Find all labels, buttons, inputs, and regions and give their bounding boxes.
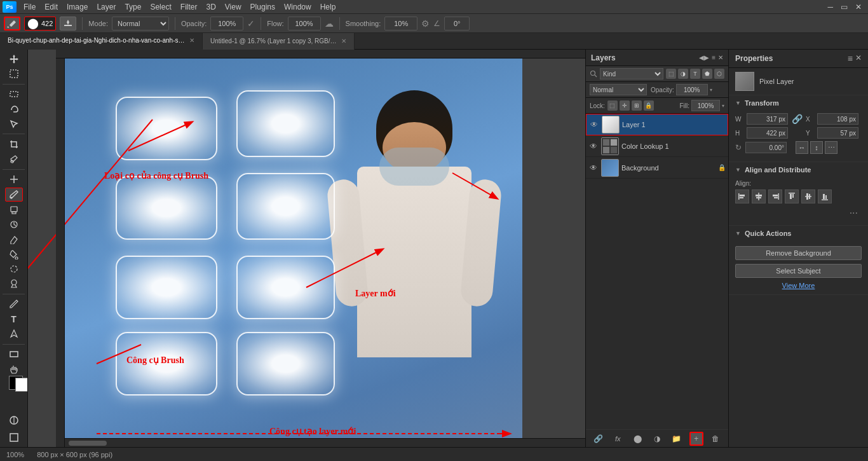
window-close[interactable]: ✕ bbox=[851, 3, 865, 11]
layers-adj-btn[interactable]: ◑ bbox=[650, 432, 664, 446]
layer-1-visibility[interactable]: 👁 bbox=[589, 120, 599, 130]
prop-close-icon[interactable]: ✕ bbox=[855, 53, 862, 64]
layer-3-visibility[interactable]: 👁 bbox=[588, 163, 599, 173]
layers-opacity-input[interactable] bbox=[676, 84, 708, 95]
tool-artboard[interactable] bbox=[5, 67, 23, 80]
menu-select[interactable]: Select bbox=[146, 1, 175, 13]
menu-edit[interactable]: Edit bbox=[40, 1, 62, 13]
tab-2-close[interactable]: ✕ bbox=[341, 38, 346, 45]
tool-blur[interactable] bbox=[5, 262, 23, 275]
brush-tool-icon[interactable] bbox=[4, 17, 20, 31]
mode-select[interactable]: Normal bbox=[112, 17, 169, 31]
tool-fill[interactable] bbox=[5, 247, 23, 261]
tool-text[interactable]: T bbox=[5, 312, 23, 326]
kind-pixel-icon[interactable]: ⬚ bbox=[666, 69, 676, 79]
view-more-link[interactable]: View More bbox=[735, 282, 862, 289]
layer-2-visibility[interactable]: 👁 bbox=[588, 141, 599, 151]
menu-layer[interactable]: Layer bbox=[92, 1, 120, 13]
transform-x-input[interactable] bbox=[817, 113, 858, 125]
menu-filter[interactable]: Filter bbox=[176, 1, 202, 13]
align-left-btn[interactable] bbox=[735, 189, 749, 203]
tool-history-brush[interactable] bbox=[5, 217, 23, 231]
transform-h-input[interactable] bbox=[747, 127, 788, 139]
kind-shape-icon[interactable]: ⬟ bbox=[702, 69, 712, 79]
smoothing-input[interactable] bbox=[384, 17, 417, 31]
menu-file[interactable]: File bbox=[19, 1, 40, 13]
color-swatches[interactable] bbox=[9, 376, 29, 392]
layers-panel-collapse[interactable]: ◀▶ bbox=[699, 54, 709, 61]
lock-all-icon[interactable]: 🔒 bbox=[644, 100, 654, 111]
layers-delete-btn[interactable]: 🗑 bbox=[709, 432, 722, 446]
menu-window[interactable]: Window bbox=[280, 1, 316, 13]
tool-object-select[interactable] bbox=[5, 117, 23, 130]
lock-pos-icon[interactable]: ✛ bbox=[620, 100, 630, 111]
tool-pen[interactable] bbox=[5, 298, 23, 311]
tool-healing[interactable] bbox=[5, 173, 23, 186]
tool-eraser[interactable] bbox=[5, 233, 23, 246]
tool-dodge[interactable] bbox=[5, 277, 23, 291]
flow-icon[interactable]: ☁ bbox=[325, 18, 334, 29]
layers-panel-close[interactable]: ✕ bbox=[718, 54, 723, 61]
kind-smart-icon[interactable]: ⬡ bbox=[714, 69, 724, 79]
prop-hamburger-icon[interactable]: ≡ bbox=[848, 53, 853, 64]
menu-help[interactable]: Help bbox=[316, 1, 341, 13]
transform-angle-input[interactable] bbox=[745, 142, 787, 153]
align-bottom-btn[interactable] bbox=[818, 189, 832, 203]
select-subject-btn[interactable]: Select Subject bbox=[735, 264, 862, 278]
angle-input[interactable] bbox=[444, 17, 470, 31]
tool-brush[interactable] bbox=[5, 188, 23, 202]
screen-mode-btn[interactable] bbox=[5, 431, 23, 444]
transform-y-input[interactable] bbox=[817, 127, 858, 139]
background-color[interactable] bbox=[15, 378, 29, 392]
layers-link-btn[interactable]: 🔗 bbox=[591, 432, 605, 446]
flow-input[interactable] bbox=[288, 17, 321, 31]
layer-item-2[interactable]: 👁 Color Lookup 1 bbox=[586, 135, 728, 157]
tab-2[interactable]: Untitled-1 @ 16.7% (Layer 1 copy 3, RGB/… bbox=[203, 33, 355, 50]
tool-rectangle[interactable] bbox=[5, 347, 23, 361]
layers-mode-select[interactable]: Normal bbox=[590, 84, 647, 95]
tab-1[interactable]: Bi-quyet-chup-anh-dep-tai-gia-Nghi-dich-… bbox=[0, 33, 203, 50]
layer-item-3[interactable]: 👁 Background 🔒 bbox=[586, 157, 728, 179]
transform-w-input[interactable] bbox=[747, 113, 788, 125]
tool-crop[interactable] bbox=[5, 137, 23, 151]
layers-group-btn[interactable]: 📁 bbox=[670, 432, 684, 446]
brush-size-btn[interactable]: ⬤ 422 bbox=[24, 17, 56, 31]
menu-3d[interactable]: 3D bbox=[201, 1, 220, 13]
opacity-input[interactable] bbox=[210, 17, 243, 31]
menu-image[interactable]: Image bbox=[62, 1, 92, 13]
lock-pixels-icon[interactable]: ⬚ bbox=[607, 100, 618, 111]
fill-input[interactable] bbox=[691, 100, 720, 111]
tool-hand[interactable] bbox=[5, 362, 23, 376]
window-minimize[interactable]: ─ bbox=[824, 3, 837, 11]
align-more-dots[interactable]: ··· bbox=[850, 207, 858, 219]
prop-quick-actions-header[interactable]: ▼ Quick Actions bbox=[729, 226, 868, 241]
transform-chain-icon[interactable]: 🔗 bbox=[792, 114, 802, 124]
tab-1-close[interactable]: ✕ bbox=[189, 37, 194, 44]
menu-view[interactable]: View bbox=[220, 1, 246, 13]
opacity-icon[interactable]: ✓ bbox=[247, 18, 255, 29]
lock-artboards-icon[interactable]: ⊞ bbox=[632, 100, 642, 111]
quick-mask-btn[interactable] bbox=[5, 413, 23, 427]
prop-align-header[interactable]: ▼ Align and Distribute bbox=[729, 162, 868, 177]
layers-kind-select[interactable]: Kind bbox=[600, 68, 663, 79]
flip-h-btn[interactable]: ↔ bbox=[796, 141, 808, 154]
layers-mask-btn[interactable]: ⬤ bbox=[630, 432, 644, 446]
kind-type-icon[interactable]: T bbox=[690, 69, 700, 79]
flip-more-btn[interactable]: ⋯ bbox=[825, 141, 837, 154]
brush-hardness-btn[interactable] bbox=[60, 17, 76, 31]
settings-icon[interactable]: ⚙ bbox=[421, 18, 430, 29]
window-maximize[interactable]: ▭ bbox=[837, 3, 851, 11]
align-top-btn[interactable] bbox=[785, 189, 799, 203]
menu-plugins[interactable]: Plugins bbox=[246, 1, 280, 13]
remove-background-btn[interactable]: Remove Background bbox=[735, 246, 862, 260]
tool-path-select[interactable] bbox=[5, 327, 23, 340]
layer-item-1[interactable]: 👁 Layer 1 bbox=[586, 114, 728, 135]
flip-v-btn[interactable]: ↕ bbox=[810, 141, 823, 154]
tool-move[interactable] bbox=[5, 52, 23, 65]
menu-type[interactable]: Type bbox=[120, 1, 146, 13]
kind-adj-icon[interactable]: ◑ bbox=[678, 69, 688, 79]
layers-panel-menu[interactable]: ≡ bbox=[712, 54, 715, 61]
align-center-h-btn[interactable] bbox=[752, 189, 766, 203]
tool-eyedropper[interactable] bbox=[5, 153, 23, 166]
layers-fx-btn[interactable]: fx bbox=[611, 432, 625, 446]
